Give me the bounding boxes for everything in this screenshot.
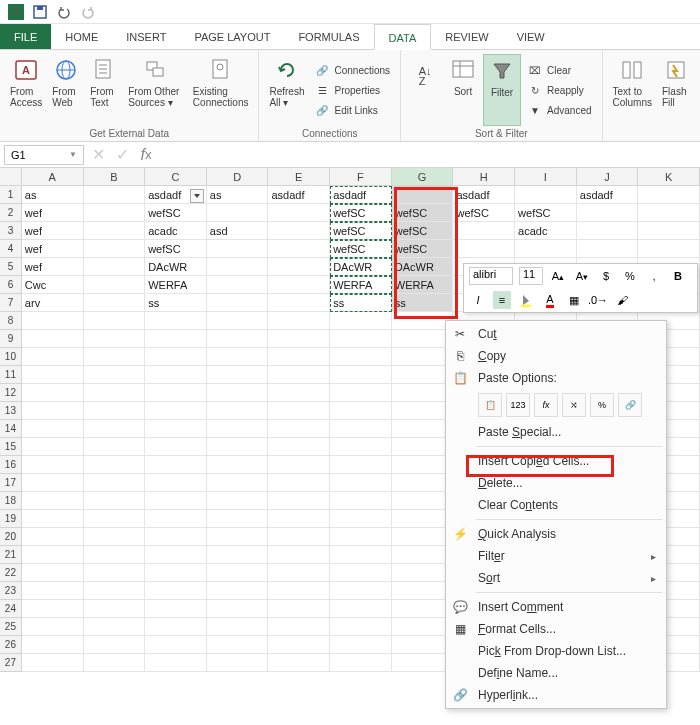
cell-C13[interactable] [145, 402, 207, 420]
cell-D14[interactable] [207, 420, 269, 438]
cell-C20[interactable] [145, 528, 207, 546]
tab-file[interactable]: FILE [0, 24, 51, 49]
cell-C12[interactable] [145, 384, 207, 402]
cell-A8[interactable] [22, 312, 84, 330]
cell-E27[interactable] [268, 654, 330, 672]
cell-A7[interactable]: arv [22, 294, 84, 312]
cell-C1[interactable]: asdadf [145, 186, 207, 204]
select-all-button[interactable] [0, 168, 22, 185]
cell-B24[interactable] [84, 600, 146, 618]
cell-D1[interactable]: as [207, 186, 269, 204]
cell-E16[interactable] [268, 456, 330, 474]
cm-filter[interactable]: Filter▸ [446, 545, 666, 567]
cell-B17[interactable] [84, 474, 146, 492]
refresh-all-button[interactable]: Refresh All ▾ [265, 54, 308, 126]
cell-A10[interactable] [22, 348, 84, 366]
from-access-button[interactable]: AFrom Access [6, 54, 46, 126]
cell-E7[interactable] [268, 294, 330, 312]
connections-button[interactable]: 🔗Connections [310, 61, 394, 79]
cell-F19[interactable] [330, 510, 392, 528]
cell-E12[interactable] [268, 384, 330, 402]
cell-C4[interactable]: wefSC [145, 240, 207, 258]
row-header-4[interactable]: 4 [0, 240, 22, 258]
increase-font-icon[interactable]: A▴ [549, 267, 567, 285]
cell-F1[interactable]: asdadf [330, 186, 392, 204]
from-web-button[interactable]: From Web [48, 54, 84, 126]
cell-D13[interactable] [207, 402, 269, 420]
tab-insert[interactable]: INSERT [112, 24, 180, 49]
cell-B21[interactable] [84, 546, 146, 564]
row-header-9[interactable]: 9 [0, 330, 22, 348]
cell-B18[interactable] [84, 492, 146, 510]
cell-K4[interactable] [638, 240, 700, 258]
cell-B4[interactable] [84, 240, 146, 258]
save-icon[interactable] [32, 4, 48, 20]
align-center-icon[interactable]: ≡ [493, 291, 511, 309]
cell-D25[interactable] [207, 618, 269, 636]
cell-A14[interactable] [22, 420, 84, 438]
cm-delete[interactable]: Delete... [446, 472, 666, 494]
cm-quick-analysis[interactable]: ⚡Quick Analysis [446, 523, 666, 545]
cell-E2[interactable] [268, 204, 330, 222]
paste-formulas-icon[interactable]: fx [534, 393, 558, 417]
cell-F27[interactable] [330, 654, 392, 672]
cell-B27[interactable] [84, 654, 146, 672]
row-header-15[interactable]: 15 [0, 438, 22, 456]
from-text-button[interactable]: From Text [86, 54, 122, 126]
paste-formatting-icon[interactable]: % [590, 393, 614, 417]
cell-C14[interactable] [145, 420, 207, 438]
cell-H4[interactable] [453, 240, 515, 258]
cell-C11[interactable] [145, 366, 207, 384]
row-header-20[interactable]: 20 [0, 528, 22, 546]
cell-E18[interactable] [268, 492, 330, 510]
row-header-18[interactable]: 18 [0, 492, 22, 510]
cell-B1[interactable] [84, 186, 146, 204]
cell-D17[interactable] [207, 474, 269, 492]
cell-D26[interactable] [207, 636, 269, 654]
cell-I4[interactable] [515, 240, 577, 258]
font-select[interactable]: alibri [469, 267, 513, 285]
undo-icon[interactable] [56, 4, 72, 20]
cell-A9[interactable] [22, 330, 84, 348]
cell-B25[interactable] [84, 618, 146, 636]
cell-F11[interactable] [330, 366, 392, 384]
cell-A15[interactable] [22, 438, 84, 456]
row-header-24[interactable]: 24 [0, 600, 22, 618]
cancel-icon[interactable]: ✕ [88, 145, 108, 165]
cell-F22[interactable] [330, 564, 392, 582]
cell-D18[interactable] [207, 492, 269, 510]
cell-D2[interactable] [207, 204, 269, 222]
row-header-16[interactable]: 16 [0, 456, 22, 474]
cell-B5[interactable] [84, 258, 146, 276]
cell-G4[interactable]: wefSC [392, 240, 454, 258]
cell-J3[interactable] [577, 222, 639, 240]
cell-D4[interactable] [207, 240, 269, 258]
cell-C24[interactable] [145, 600, 207, 618]
name-box[interactable]: G1▼ [4, 145, 84, 165]
cell-G1[interactable] [392, 186, 454, 204]
cm-hyperlink[interactable]: 🔗Hyperlink... [446, 684, 666, 706]
cell-F8[interactable] [330, 312, 392, 330]
col-header-E[interactable]: E [268, 168, 330, 185]
cell-K2[interactable] [638, 204, 700, 222]
cell-B22[interactable] [84, 564, 146, 582]
cell-F2[interactable]: wefSC [330, 204, 392, 222]
cell-D9[interactable] [207, 330, 269, 348]
cell-J4[interactable] [577, 240, 639, 258]
cell-B2[interactable] [84, 204, 146, 222]
cell-C25[interactable] [145, 618, 207, 636]
cell-F14[interactable] [330, 420, 392, 438]
cell-D8[interactable] [207, 312, 269, 330]
cell-A17[interactable] [22, 474, 84, 492]
tab-formulas[interactable]: FORMULAS [284, 24, 373, 49]
row-header-19[interactable]: 19 [0, 510, 22, 528]
col-header-B[interactable]: B [84, 168, 146, 185]
row-header-1[interactable]: 1 [0, 186, 22, 204]
col-header-D[interactable]: D [207, 168, 269, 185]
row-header-3[interactable]: 3 [0, 222, 22, 240]
cell-B20[interactable] [84, 528, 146, 546]
cell-D10[interactable] [207, 348, 269, 366]
row-header-17[interactable]: 17 [0, 474, 22, 492]
cell-H3[interactable] [453, 222, 515, 240]
cell-A2[interactable]: wef [22, 204, 84, 222]
